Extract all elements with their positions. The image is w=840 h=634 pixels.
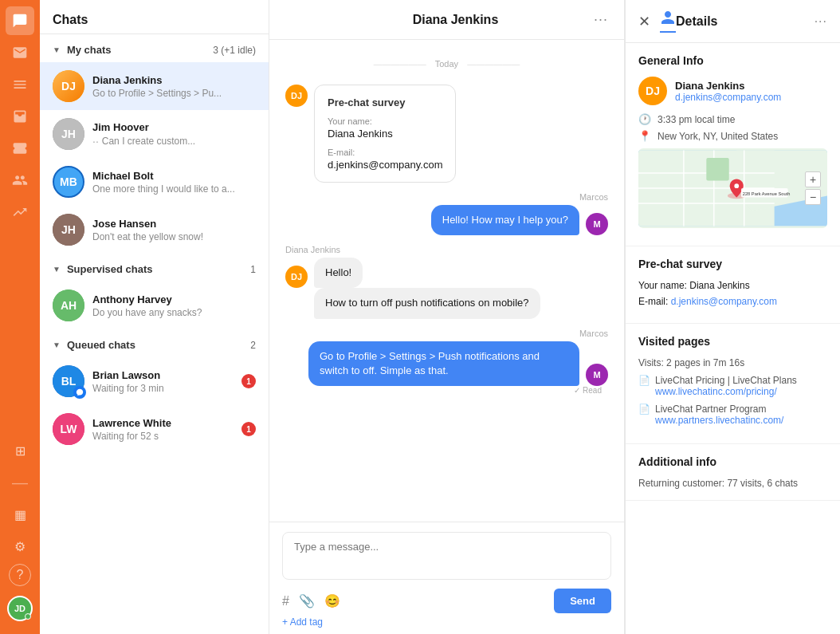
chart-icon[interactable] <box>6 198 34 226</box>
details-header: ✕ Details ··· <box>626 0 840 43</box>
list-icon[interactable] <box>6 70 34 99</box>
anthony-info: Anthony Harvey Do you have any snacks? <box>92 293 256 318</box>
location-row: 📍 New York, NY, United States <box>638 130 827 142</box>
general-user-email: d.jenkins@company.com <box>675 92 781 103</box>
map-container: 228 Park Avenue South + − <box>638 148 827 228</box>
visited-pages-stat: Visits: 2 pages in 7m 16s <box>638 357 827 368</box>
add-tag-button[interactable]: + Add tag <box>282 616 323 628</box>
details-panel: ✕ Details ··· General Info DJ Diana Jenk… <box>625 0 840 634</box>
close-icon[interactable]: ✕ <box>638 13 650 30</box>
supervised-chats-section-header[interactable]: ▼ Supervised chats 1 <box>40 254 269 282</box>
survey-email-label-detail: E-mail: <box>638 296 668 307</box>
emoji-icon[interactable]: 😊 <box>324 593 340 608</box>
queued-chats-section-header[interactable]: ▼ Queued chats 2 <box>40 329 269 357</box>
survey-name-value-detail: Diana Jenkins <box>689 280 749 291</box>
zoom-in-button[interactable]: + <box>805 171 821 187</box>
diana-sender-1: Diana Jenkins <box>285 245 608 254</box>
page-1-title: LiveChat Pricing | LiveChat Plans <box>655 375 797 386</box>
lawrence-preview: Waiting for 52 s <box>92 431 234 442</box>
zoom-out-button[interactable]: − <box>805 189 821 205</box>
user-bubble-2: How to turn off push notifications on mo… <box>314 288 540 318</box>
chat-item-michael[interactable]: MB Michael Bolt One more thing I would l… <box>40 158 269 206</box>
michael-name: Michael Bolt <box>92 170 256 182</box>
brian-info: Brian Lawson Waiting for 3 min <box>92 369 234 394</box>
agent-bubble-1: Hello! How may I help you? <box>431 205 579 235</box>
chat-main: Diana Jenkins ··· Today DJ Pre-chat surv… <box>269 0 625 634</box>
visited-pages-section: Visited pages Visits: 2 pages in 7m 16s … <box>626 324 840 444</box>
additional-info-section: Additional info Returning customer: 77 v… <box>626 444 840 501</box>
michael-info: Michael Bolt One more thing I would like… <box>92 170 256 195</box>
details-menu-button[interactable]: ··· <box>814 14 827 29</box>
user-avatar[interactable]: JD <box>7 596 33 621</box>
hash-icon[interactable]: # <box>282 594 289 608</box>
location-icon: 📍 <box>638 130 651 142</box>
settings-icon[interactable]: ⚙ <box>6 532 34 561</box>
anthony-preview: Do you have any snacks? <box>92 307 256 318</box>
diana-info: Diana Jenkins Go to Profile > Settings >… <box>92 74 256 99</box>
marcos-sender-2: Marcos <box>285 329 608 338</box>
lawrence-avatar: LW <box>53 413 84 445</box>
jim-name: Jim Hoover <box>92 121 256 133</box>
diana-msg-avatar-2: DJ <box>285 266 308 288</box>
chat-bubble-icon[interactable] <box>6 6 34 35</box>
pre-chat-survey-section: Pre-chat survey Your name: Diana Jenkins… <box>626 246 840 324</box>
general-user-avatar: DJ <box>638 77 667 105</box>
messages-icon[interactable] <box>6 38 34 67</box>
date-divider: Today <box>285 59 608 69</box>
details-title: Details <box>676 14 814 29</box>
users-icon[interactable] <box>6 166 34 195</box>
chat-item-jim[interactable]: JH Jim Hoover ·· Can I create custom... <box>40 110 269 158</box>
person-icon[interactable] <box>660 10 676 33</box>
general-user-name: Diana Jenkins <box>675 80 781 92</box>
local-time-row: 🕐 3:33 pm local time <box>638 113 827 125</box>
my-chats-label: My chats <box>67 44 213 56</box>
chat-item-anthony[interactable]: AH Anthony Harvey Do you have any snacks… <box>40 282 269 329</box>
supervised-chats-chevron: ▼ <box>53 265 61 274</box>
apps-icon[interactable]: ⊞ <box>6 436 34 465</box>
details-header-left: ✕ <box>638 10 676 33</box>
jim-info: Jim Hoover ·· Can I create custom... <box>92 121 256 148</box>
diana-name: Diana Jenkins <box>92 74 256 86</box>
inbox-icon[interactable] <box>6 102 34 131</box>
messages-area: Today DJ Pre-chat survey Your name: Dian… <box>269 40 624 522</box>
agent-bubble-2: Go to Profile > Settings > Push notifica… <box>308 341 579 386</box>
page-2-link[interactable]: www.partners.livechatinc.com/ <box>655 415 783 426</box>
my-chats-section-header[interactable]: ▼ My chats 3 (+1 idle) <box>40 34 269 62</box>
user-message-group-1: Diana Jenkins DJ Hello! How to turn off … <box>285 245 608 318</box>
send-button[interactable]: Send <box>554 589 611 613</box>
brian-badge: 1 <box>241 374 256 388</box>
additional-info-stat: Returning customer: 77 visits, 6 chats <box>638 478 827 489</box>
messenger-icon <box>73 386 86 399</box>
page-1-link[interactable]: www.livechatinc.com/pricing/ <box>655 386 797 397</box>
page-2-content: LiveChat Partner Program www.partners.li… <box>655 404 783 426</box>
chat-menu-button[interactable]: ··· <box>594 11 608 28</box>
agent-msg-row-2: M Go to Profile > Settings > Push notifi… <box>285 341 608 386</box>
svg-text:228 Park Avenue South: 228 Park Avenue South <box>743 191 791 196</box>
page-1-content: LiveChat Pricing | LiveChat Plans www.li… <box>655 375 797 397</box>
help-icon[interactable]: ? <box>9 564 31 586</box>
chat-item-lawrence[interactable]: LW Lawrence White Waiting for 52 s 1 <box>40 405 269 453</box>
svg-rect-9 <box>706 158 728 180</box>
queued-chats-chevron: ▼ <box>53 341 61 349</box>
grid-icon[interactable]: ▦ <box>6 500 34 529</box>
message-input[interactable] <box>282 532 611 580</box>
my-chats-chevron: ▼ <box>53 45 61 54</box>
anthony-avatar: AH <box>53 289 84 321</box>
visited-pages-title: Visited pages <box>638 335 827 348</box>
supervised-chats-count: 1 <box>250 264 256 275</box>
clock-icon: 🕐 <box>638 113 651 125</box>
marcos-sender-1: Marcos <box>285 192 608 202</box>
brian-preview: Waiting for 3 min <box>92 383 234 394</box>
chat-item-diana[interactable]: DJ Diana Jenkins Go to Profile > Setting… <box>40 62 269 110</box>
general-info-section: General Info DJ Diana Jenkins d.jenkins@… <box>626 43 840 246</box>
pre-chat-survey-title: Pre-chat survey <box>638 258 827 270</box>
chat-item-jose[interactable]: JH Jose Hansen Don't eat the yellow snow… <box>40 206 269 254</box>
survey-title: Pre-chat survey <box>328 96 442 108</box>
chat-item-brian[interactable]: BL Brian Lawson Waiting for 3 min 1 <box>40 357 269 405</box>
map-zoom-controls: + − <box>805 171 821 205</box>
lawrence-info: Lawrence White Waiting for 52 s <box>92 417 234 442</box>
attachment-icon[interactable]: 📎 <box>299 593 315 608</box>
agent-message-group-2: Marcos M Go to Profile > Settings > Push… <box>285 329 608 395</box>
ticket-icon[interactable] <box>6 134 34 163</box>
anthony-name: Anthony Harvey <box>92 293 256 305</box>
